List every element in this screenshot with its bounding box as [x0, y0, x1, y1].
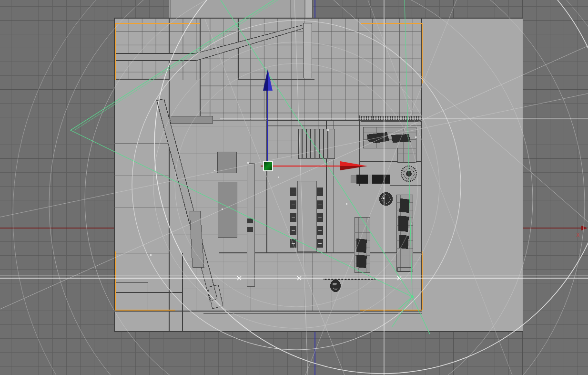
window-mullions	[115, 62, 200, 80]
chaise-couch-left[interactable]	[355, 217, 370, 272]
world-x-arrowhead	[581, 226, 588, 230]
floor-tiles	[182, 253, 422, 311]
kitchen-counter[interactable]	[247, 163, 254, 286]
3d-viewport[interactable]: X Z	[0, 0, 588, 375]
dining-table[interactable]	[290, 181, 323, 251]
staircase[interactable]	[298, 129, 335, 158]
world-x-axis-label: X	[576, 231, 580, 239]
chaise-couch-right[interactable]	[396, 195, 413, 271]
round-stool[interactable]	[379, 192, 393, 206]
column[interactable]	[303, 23, 312, 78]
